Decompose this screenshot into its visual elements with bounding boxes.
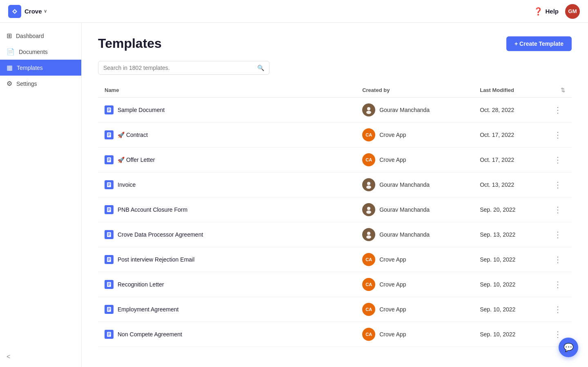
app-brand: Crove ∨: [8, 5, 47, 18]
date-cell: Sep. 10, 2022: [473, 322, 544, 347]
creator-name: Crove App: [379, 132, 406, 138]
creator-avatar: [362, 103, 375, 116]
doc-name-cell[interactable]: PNB Account Closure Form: [98, 197, 356, 222]
doc-name-text: PNB Account Closure Form: [118, 206, 187, 213]
svg-point-25: [366, 210, 371, 214]
doc-name-cell[interactable]: Recognition Letter: [98, 272, 356, 297]
creator-cell: CA Crove App: [356, 148, 473, 172]
doc-name-cell[interactable]: Post interview Rejection Email: [98, 247, 356, 272]
doc-name-cell[interactable]: Non Compete Agreement: [98, 322, 356, 347]
doc-name-text: Sample Document: [118, 107, 165, 113]
more-options-button[interactable]: ⋮: [550, 228, 565, 241]
col-sort[interactable]: ⇅: [544, 83, 572, 98]
more-options-button[interactable]: ⋮: [550, 303, 565, 316]
date-cell: Oct. 13, 2022: [473, 172, 544, 197]
more-options-cell: ⋮: [544, 197, 572, 222]
layout: ⊞ Dashboard 📄 Documents ▦ Templates ⚙ Se…: [0, 23, 588, 367]
doc-name-cell[interactable]: Crove Data Processor Agreement: [98, 222, 356, 247]
date-cell: Sep. 10, 2022: [473, 247, 544, 272]
top-nav-right: ❓ Help GM: [534, 4, 580, 19]
page-header: Templates + Create Template: [98, 36, 572, 51]
table-row: Crove Data Processor Agreement Gourav Ma…: [98, 222, 572, 247]
more-options-button[interactable]: ⋮: [550, 153, 565, 166]
doc-icon: [105, 105, 114, 114]
doc-name-cell[interactable]: Employment Agreement: [98, 297, 356, 322]
sidebar-item-documents[interactable]: 📄 Documents: [0, 44, 81, 60]
sidebar-item-templates[interactable]: ▦ Templates: [0, 60, 81, 76]
sidebar-item-dashboard[interactable]: ⊞ Dashboard: [0, 28, 81, 44]
help-button[interactable]: ❓ Help: [534, 7, 559, 16]
creator-cell: CA Crove App: [356, 297, 473, 322]
svg-point-5: [366, 111, 371, 114]
doc-icon: [105, 130, 114, 139]
sidebar-collapse-button[interactable]: <: [7, 353, 10, 360]
doc-name-cell[interactable]: Sample Document: [98, 98, 356, 123]
search-input[interactable]: [103, 65, 256, 71]
table-row: Sample Document Gourav Manchanda Oct. 28…: [98, 98, 572, 123]
logo-icon: [8, 5, 21, 18]
table-row: Recognition Letter CA Crove App Sep. 10,…: [98, 272, 572, 297]
svg-point-31: [366, 235, 371, 239]
date-cell: Sep. 10, 2022: [473, 272, 544, 297]
more-options-button[interactable]: ⋮: [550, 178, 565, 191]
doc-icon: [105, 230, 114, 239]
doc-name-cell[interactable]: Invoice: [98, 172, 356, 197]
help-label: Help: [545, 8, 559, 15]
doc-name-text: 🚀 Contract: [118, 132, 148, 138]
svg-point-19: [366, 186, 371, 189]
date-cell: Oct. 17, 2022: [473, 148, 544, 172]
doc-name-cell[interactable]: 🚀 Contract: [98, 123, 356, 148]
chat-bubble-button[interactable]: 💬: [559, 338, 578, 357]
more-options-cell: ⋮: [544, 148, 572, 172]
more-options-button[interactable]: ⋮: [550, 253, 565, 266]
doc-name-cell[interactable]: 🚀 Offer Letter: [98, 148, 356, 172]
creator-avatar: CA: [362, 128, 375, 141]
top-nav: Crove ∨ ❓ Help GM: [0, 0, 588, 23]
more-options-button[interactable]: ⋮: [550, 203, 565, 216]
creator-avatar: [362, 203, 375, 216]
templates-table: Name Created by Last Modified ⇅: [98, 83, 572, 347]
template-icon: ▦: [7, 64, 13, 72]
creator-cell: Gourav Manchanda: [356, 98, 473, 123]
creator-name: Gourav Manchanda: [379, 206, 430, 213]
sidebar-item-label: Templates: [17, 65, 43, 71]
svg-point-24: [367, 207, 370, 210]
table-row: Non Compete Agreement CA Crove App Sep. …: [98, 322, 572, 347]
doc-icon: [105, 255, 114, 264]
main-content: Templates + Create Template 🔍 Name Creat…: [82, 23, 588, 367]
creator-name: Crove App: [379, 256, 406, 263]
doc-icon: [105, 305, 114, 314]
creator-cell: Gourav Manchanda: [356, 197, 473, 222]
sidebar-item-settings[interactable]: ⚙ Settings: [0, 76, 81, 92]
doc-icon: [105, 330, 114, 339]
more-options-cell: ⋮: [544, 172, 572, 197]
doc-name-text: Non Compete Agreement: [118, 331, 182, 338]
search-bar[interactable]: 🔍: [98, 61, 270, 75]
creator-avatar: CA: [362, 153, 375, 166]
more-options-cell: ⋮: [544, 98, 572, 123]
table-row: 🚀 Offer Letter CA Crove App Oct. 17, 202…: [98, 148, 572, 172]
creator-name: Crove App: [379, 157, 406, 163]
more-options-button[interactable]: ⋮: [550, 103, 565, 116]
date-cell: Oct. 28, 2022: [473, 98, 544, 123]
help-icon: ❓: [534, 7, 543, 16]
avatar[interactable]: GM: [565, 4, 580, 19]
doc-icon: [105, 180, 114, 189]
creator-avatar: [362, 228, 375, 241]
creator-cell: Gourav Manchanda: [356, 222, 473, 247]
more-options-cell: ⋮: [544, 297, 572, 322]
creator-avatar: CA: [362, 253, 375, 266]
creator-cell: Gourav Manchanda: [356, 172, 473, 197]
more-options-button[interactable]: ⋮: [550, 128, 565, 141]
app-name[interactable]: Crove ∨: [24, 8, 47, 15]
more-options-cell: ⋮: [544, 123, 572, 148]
dashboard-icon: ⊞: [7, 32, 12, 40]
creator-cell: CA Crove App: [356, 272, 473, 297]
page-title: Templates: [98, 36, 162, 51]
create-template-button[interactable]: + Create Template: [506, 36, 572, 51]
doc-name-text: Post interview Rejection Email: [118, 256, 194, 263]
date-cell: Sep. 10, 2022: [473, 297, 544, 322]
more-options-button[interactable]: ⋮: [550, 278, 565, 291]
sidebar-item-label: Settings: [16, 81, 37, 87]
creator-name: Gourav Manchanda: [379, 231, 430, 238]
